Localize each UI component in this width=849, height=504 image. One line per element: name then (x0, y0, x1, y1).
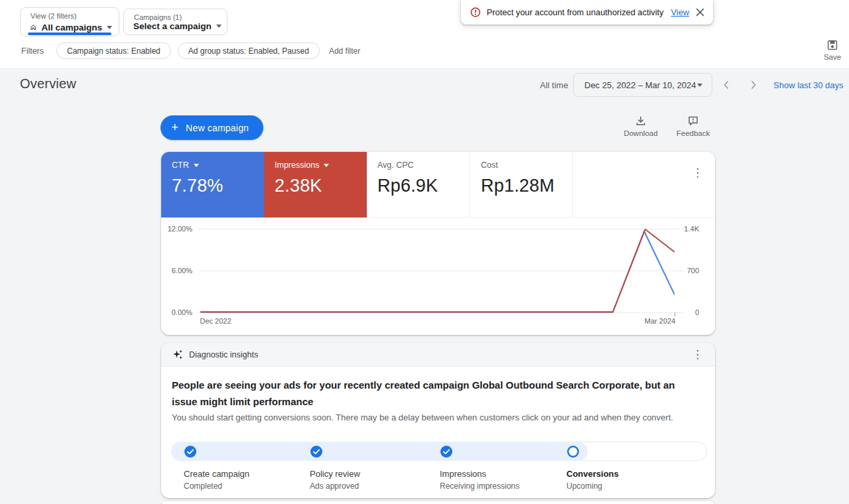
step-title: Policy review (310, 469, 360, 479)
step-check-icon-policy-review (310, 446, 322, 458)
previous-period-button[interactable] (721, 80, 732, 90)
x-axis-tick-dec-2022: Dec 2022 (200, 317, 231, 325)
scorecard-ctr[interactable]: CTR 7.78% (161, 152, 264, 218)
step-policy-review: Policy review Ads approved (310, 469, 360, 491)
account-protection-banner: Protect your account from unauthorized a… (461, 0, 713, 25)
scorecard-cost[interactable]: Cost Rp1.28M (470, 152, 572, 218)
insights-header-label: Diagnostic insights (189, 350, 258, 359)
scorecard-filler (572, 152, 715, 218)
download-icon (635, 115, 647, 127)
campaign-selector-label: Campaigns (1) (134, 13, 182, 21)
campaign-progress-track (171, 442, 707, 461)
page-title: Overview (20, 76, 76, 92)
insights-header: Diagnostic insights ⋮ (161, 343, 715, 367)
next-card-top-edge (161, 501, 715, 504)
close-icon (695, 7, 705, 17)
show-last-30-days-link[interactable]: Show last 30 days (773, 80, 844, 90)
scorecard-impressions-value: 2.38K (275, 176, 356, 196)
step-status: Ads approved (310, 481, 360, 491)
plus-icon: + (171, 121, 178, 133)
scorecard-cost-value: Rp1.28M (481, 176, 562, 196)
step-check-icon-create-campaign (184, 446, 196, 458)
campaign-selector-value: Select a campaign (133, 21, 212, 31)
date-preset-label: All time (540, 80, 568, 90)
save-label: Save (824, 53, 841, 61)
new-campaign-label: New campaign (186, 123, 249, 133)
scorecard-row: CTR 7.78% Impressions 2.38K Avg. CPC Rp6… (161, 152, 715, 218)
right-axis-tick-1400: 1.4K (672, 225, 699, 233)
feedback-label: Feedback (677, 129, 710, 137)
x-axis-tick-mar-2024: Mar 2024 (645, 317, 675, 325)
step-impressions: Impressions Receiving impressions (440, 469, 519, 491)
scorecard-ctr-label: CTR (172, 160, 189, 170)
home-icon (30, 22, 36, 32)
chevron-down-icon (324, 164, 329, 167)
scorecard-cost-label: Cost (481, 160, 498, 170)
step-title: Conversions (566, 469, 619, 479)
chevron-down-icon (194, 164, 199, 167)
left-axis-tick-6: 6.00% (164, 267, 192, 275)
performance-chart-card: CTR 7.78% Impressions 2.38K Avg. CPC Rp6… (161, 152, 715, 335)
step-status: Completed (184, 481, 249, 491)
view-selector-label: View (2 filters) (31, 12, 76, 20)
scorecard-avg-cpc-value: Rp6.9K (377, 176, 459, 196)
chart-card-menu-button[interactable]: ⋮ (692, 167, 703, 178)
filter-chip-row: Campaign status: Enabled Ad group status… (56, 42, 360, 59)
download-label: Download (623, 129, 657, 137)
left-axis-tick-0: 0.00% (164, 308, 192, 316)
step-create-campaign: Create campaign Completed (184, 469, 249, 491)
new-campaign-button[interactable]: + New campaign (161, 115, 263, 140)
date-range-selector[interactable]: Dec 25, 2022 – Mar 10, 2024 (573, 73, 712, 97)
step-conversions: Conversions Upcoming (566, 469, 619, 491)
step-title: Create campaign (184, 469, 249, 479)
campaign-selector[interactable]: Campaigns (1) Select a campaign (123, 9, 228, 35)
feedback-button[interactable]: Feedback (673, 115, 713, 137)
filter-chip-ad-group-status[interactable]: Ad group status: Enabled, Paused (178, 42, 320, 59)
banner-message: Protect your account from unauthorized a… (487, 7, 664, 17)
step-circle-icon-conversions (567, 446, 579, 458)
chevron-down-icon (697, 84, 702, 87)
left-axis-tick-12: 12.00% (164, 225, 192, 233)
sparkle-icon (172, 349, 183, 360)
step-check-icon-impressions (440, 446, 452, 458)
date-range-value: Dec 25, 2022 – Mar 10, 2024 (584, 80, 696, 90)
save-button[interactable]: Save (816, 39, 849, 61)
time-series-chart: 12.00% 6.00% 0.00% 1.4K 700 0 Dec 2022 M… (161, 218, 715, 335)
active-tab-indicator (28, 32, 111, 35)
filter-chip-campaign-status[interactable]: Campaign status: Enabled (56, 42, 171, 59)
step-title: Impressions (440, 469, 519, 479)
progress-fill (171, 442, 588, 461)
ctr-line-series (200, 231, 675, 312)
filters-label: Filters (21, 46, 44, 56)
add-filter-button[interactable]: Add filter (329, 46, 360, 56)
impressions-line-series (200, 229, 675, 312)
scorecard-avg-cpc-label: Avg. CPC (377, 160, 414, 170)
view-selector[interactable]: View (2 filters) All campaigns (20, 7, 119, 36)
feedback-icon (687, 115, 699, 127)
scorecard-ctr-value: 7.78% (172, 176, 253, 196)
chart-lines (200, 228, 675, 313)
view-selector-value: All campaigns (41, 23, 102, 32)
right-axis-tick-0: 0 (672, 308, 699, 316)
step-status: Upcoming (566, 481, 619, 491)
chevron-down-icon (107, 26, 112, 29)
banner-view-link[interactable]: View (671, 7, 689, 17)
download-button[interactable]: Download (622, 115, 659, 137)
x-axis-tick-mark (675, 312, 675, 316)
google-ads-overview-page: View (2 filters) All campaigns Campaigns… (0, 0, 849, 504)
insights-title: People are seeing your ads for your rece… (172, 377, 702, 410)
step-status: Receiving impressions (440, 481, 519, 491)
scorecard-impressions[interactable]: Impressions 2.38K (264, 152, 367, 218)
top-toolbar: View (2 filters) All campaigns Campaigns… (0, 0, 849, 69)
save-icon (826, 39, 838, 51)
banner-close-button[interactable] (695, 7, 705, 17)
scorecard-impressions-label: Impressions (275, 160, 319, 170)
right-axis-tick-700: 700 (672, 267, 699, 275)
chevron-down-icon (216, 25, 222, 28)
next-period-button[interactable] (748, 80, 759, 90)
insights-subtitle: You should start getting conversions soo… (172, 412, 702, 422)
alert-circle-icon (470, 7, 481, 18)
diagnostic-insights-card: Diagnostic insights ⋮ People are seeing … (161, 343, 715, 498)
scorecard-avg-cpc[interactable]: Avg. CPC Rp6.9K (367, 152, 470, 218)
insights-menu-button[interactable]: ⋮ (692, 349, 703, 360)
